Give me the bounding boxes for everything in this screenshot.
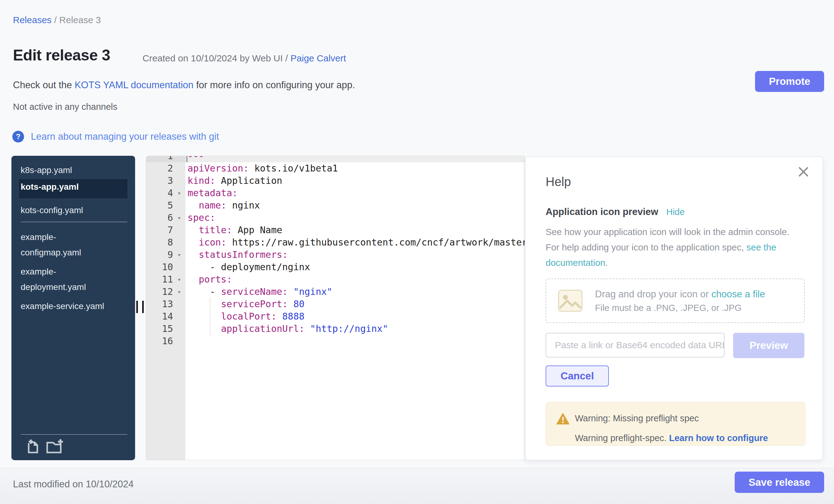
warning-title: Warning: Missing preflight spec (575, 413, 699, 423)
hide-link[interactable]: Hide (666, 207, 685, 217)
code-line[interactable]: 8 icon: https://raw.githubusercontent.co… (146, 236, 525, 248)
learn-configure-link[interactable]: Learn how to configure (669, 433, 768, 443)
code-line[interactable]: 15 applicationUrl: "http://nginx" (146, 323, 525, 335)
code-line-text: title: App Name (185, 224, 525, 236)
code-line[interactable]: 12▾ - serviceName: "nginx" (146, 286, 525, 298)
code-line-text: applicationUrl: "http://nginx" (185, 323, 525, 335)
code-line-text: spec: (185, 212, 525, 224)
text-cursor (186, 156, 188, 162)
line-number: 2 (146, 162, 185, 175)
fold-chevron-icon[interactable]: ▾ (177, 286, 181, 298)
line-number: 11▾ (146, 273, 185, 286)
code-line[interactable]: 16 (146, 335, 525, 347)
fold-chevron-icon[interactable]: ▾ (177, 273, 181, 286)
code-line-text: kind: Application (185, 175, 525, 187)
help-title: Help (546, 175, 571, 189)
code-line-text: statusInformers: (185, 248, 525, 261)
git-releases-link[interactable]: Learn about managing your releases with … (31, 131, 219, 142)
code-line-text: metadata: (185, 187, 525, 199)
git-help-row: ? Learn about managing your releases wit… (12, 131, 219, 143)
file-list: k8s-app.yamlkots-app.yamlkots-config.yam… (12, 156, 135, 314)
cancel-button[interactable]: Cancel (546, 366, 609, 387)
indent-guide (210, 298, 210, 335)
help-panel: Help Application icon preview Hide See h… (525, 157, 823, 460)
code-line-text: ports: (185, 273, 525, 286)
code-line[interactable]: 4▾metadata: (146, 187, 525, 199)
file-item-example-deployment.yaml[interactable]: example-deployment.yaml (19, 263, 127, 295)
line-number: 12▾ (146, 286, 185, 298)
dropzone-label: Drag and drop your icon or (595, 289, 711, 300)
warning-triangle-icon (556, 413, 569, 425)
sidebar-footer-icons (26, 439, 64, 454)
new-folder-icon[interactable] (46, 439, 64, 454)
code-line[interactable]: 2apiVersion: kots.io/v1beta1 (146, 162, 525, 175)
code-line-text: - serviceName: "nginx" (185, 286, 525, 298)
line-number: 4▾ (146, 187, 185, 199)
code-line[interactable]: 6▾spec: (146, 212, 525, 224)
fold-chevron-icon[interactable]: ▾ (177, 248, 181, 261)
icon-preview-description: See how your application icon will look … (546, 224, 792, 270)
breadcrumb-separator: / (51, 15, 59, 25)
line-number: 5 (146, 199, 185, 212)
description-suffix: . (606, 258, 608, 268)
file-item-k8s-app.yaml[interactable]: k8s-app.yaml (19, 162, 127, 179)
created-prefix: Created on 10/10/2024 by Web UI / (142, 53, 290, 63)
code-line[interactable]: 14 localPort: 8888 (146, 310, 525, 323)
file-item-kots-config.yaml[interactable]: kots-config.yaml (19, 203, 127, 219)
icon-url-input[interactable] (546, 333, 725, 357)
line-number: 13 (146, 298, 185, 310)
line-number: 15 (146, 323, 185, 335)
dropzone-text: Drag and drop your icon or choose a file… (595, 289, 765, 313)
code-line[interactable]: 3kind: Application (146, 175, 525, 187)
file-item-example-service.yaml[interactable]: example-service.yaml (19, 298, 127, 314)
code-line[interactable]: 1--- (146, 156, 525, 162)
sidebar-footer-divider (21, 434, 127, 435)
last-modified-text: Last modified on 10/10/2024 (13, 479, 134, 490)
code-line-text: icon: https://raw.githubusercontent.com/… (185, 236, 525, 248)
fold-chevron-icon[interactable]: ▾ (177, 212, 181, 224)
code-line[interactable]: 5 name: nginx (146, 199, 525, 212)
code-editor[interactable]: 1---2apiVersion: kots.io/v1beta13kind: A… (146, 156, 525, 460)
code-line[interactable]: 10 - deployment/nginx (146, 261, 525, 273)
doc-line: Check out the KOTS YAML documentation fo… (13, 80, 355, 91)
kots-yaml-doc-link[interactable]: KOTS YAML documentation (75, 80, 193, 90)
doc-prefix: Check out the (13, 80, 75, 90)
page-title: Edit release 3 (13, 46, 110, 64)
line-number: 16 (146, 335, 185, 347)
created-line: Created on 10/10/2024 by Web UI / Paige … (142, 53, 346, 64)
save-release-button[interactable]: Save release (735, 472, 824, 493)
icon-preview-title: Application icon preview (546, 206, 658, 217)
line-number: 10 (146, 261, 185, 273)
question-circle-icon: ? (12, 131, 24, 143)
file-item-example-configmap.yaml[interactable]: example-configmap.yaml (19, 229, 127, 261)
breadcrumb: Releases / Release 3 (13, 15, 101, 25)
code-line[interactable]: 11▾ ports: (146, 273, 525, 286)
file-group-divider (21, 222, 127, 222)
code-line-text: - deployment/nginx (185, 261, 525, 273)
warning-body: Warning preflight-spec. Learn how to con… (575, 433, 768, 443)
close-icon[interactable] (798, 166, 809, 177)
breadcrumb-releases-link[interactable]: Releases (13, 15, 51, 25)
choose-file-link[interactable]: choose a file (711, 289, 765, 300)
preview-button[interactable]: Preview (733, 333, 805, 358)
line-number: 3 (146, 175, 185, 187)
new-file-icon[interactable] (26, 439, 40, 454)
fold-chevron-icon[interactable]: ▾ (177, 187, 181, 199)
image-placeholder-icon (557, 287, 584, 314)
doc-suffix: for more info on configuring your app. (193, 80, 355, 90)
icon-dropzone[interactable]: Drag and drop your icon or choose a file… (546, 279, 805, 323)
promote-button[interactable]: Promote (755, 71, 824, 92)
code-line[interactable]: 9▾ statusInformers: (146, 248, 525, 261)
file-tree-sidebar: k8s-app.yamlkots-app.yamlkots-config.yam… (12, 156, 135, 460)
file-item-kots-app.yaml[interactable]: kots-app.yaml (19, 179, 127, 198)
code-lines: 1---2apiVersion: kots.io/v1beta13kind: A… (146, 156, 525, 347)
code-line[interactable]: 7 title: App Name (146, 224, 525, 236)
dropzone-hint: File must be a .PNG, .JPEG, or .JPG (595, 303, 765, 313)
code-line-text: servicePort: 80 (185, 298, 525, 310)
created-author-link[interactable]: Paige Calvert (290, 53, 346, 63)
code-line-text: name: nginx (185, 199, 525, 212)
sidebar-resize-handle[interactable] (136, 301, 144, 313)
code-line[interactable]: 13 servicePort: 80 (146, 298, 525, 310)
preflight-warning-box: Warning: Missing preflight spec Warning … (546, 402, 805, 446)
line-number: 1 (146, 156, 185, 162)
